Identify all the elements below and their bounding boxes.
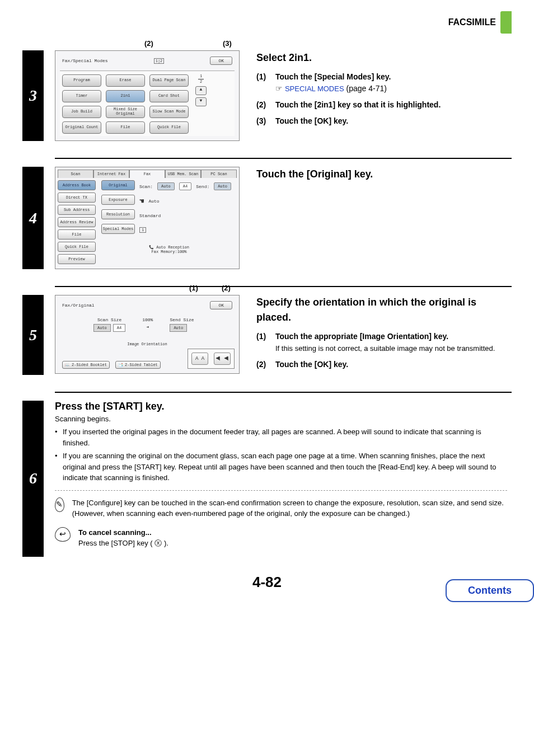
scale-pct: 100% (142, 317, 153, 322)
scroll-up-button[interactable]: ▲ (195, 86, 207, 95)
step4-instructions: Touch the [Original] key. (256, 167, 512, 187)
erase-button[interactable]: Erase (106, 74, 145, 87)
contents-button[interactable]: Contents (446, 579, 534, 602)
exposure-button[interactable]: Exposure (101, 195, 135, 205)
panel-title: Fax/Original (62, 303, 95, 308)
address-book-button[interactable]: Address Book (58, 180, 96, 190)
dash-divider (55, 490, 507, 491)
divider (55, 286, 512, 287)
i1-sub: If this setting is not correct, a suitab… (275, 344, 495, 353)
original-button[interactable]: Original (101, 180, 135, 190)
step-4: 4 Scan Internet Fax Fax USB Mem. Scan PC… (22, 167, 512, 269)
header: FACSIMILE (22, 11, 512, 34)
i1-page: (page 4-71) (346, 84, 387, 93)
special-modes-badge-icon: 1 (139, 227, 146, 233)
quick-file-button[interactable]: Quick File (149, 121, 189, 134)
orientation-landscape-button[interactable]: ⯇ ⯇ (214, 353, 231, 365)
file-button[interactable]: File (58, 229, 96, 240)
slow-scan-mode-button[interactable]: Slow Scan Mode (149, 106, 189, 118)
step6-heading: Press the [START] key. (55, 401, 507, 412)
i2-num: (2) (256, 99, 271, 111)
timer-button[interactable]: Timer (62, 90, 101, 102)
exposure-value: Auto (148, 199, 159, 204)
cancel-text: Press the [STOP] key ( ⓧ ). (78, 539, 168, 547)
cancel-heading: To cancel scanning... (78, 528, 152, 537)
send-auto[interactable]: Auto (170, 324, 187, 332)
scan-label: Scan: (139, 184, 153, 189)
step-6: 6 Press the [START] key. Scanning begins… (22, 401, 512, 557)
page-number: 4-82 (22, 574, 512, 591)
memory-status: Fax Memory:100% (151, 250, 186, 254)
back-icon: ↩ (55, 527, 71, 542)
2in1-button[interactable]: 2in1 (106, 90, 145, 102)
note-configure: The [Configure] key can be touched in th… (72, 497, 507, 519)
2sided-booklet-button[interactable]: 📖 2-Sided Booklet (62, 361, 110, 369)
job-build-button[interactable]: Job Build (62, 106, 101, 118)
i1-text: Touch the [Special Modes] key. (275, 72, 391, 81)
step-3: 3 (2) (3) Fax/Special Modes 1|2 OK Progr… (22, 50, 512, 141)
step-number: 5 (22, 295, 44, 375)
send-label: Send: (196, 184, 209, 189)
orientation-portrait-button[interactable]: A A (191, 353, 208, 365)
i1-num: (1) (256, 331, 271, 354)
sub-address-button[interactable]: Sub Address (58, 205, 96, 215)
step3-instructions: Select 2in1. (1)Touch the [Special Modes… (256, 50, 512, 132)
tab-pc-scan[interactable]: PC Scan (201, 170, 237, 178)
tab-scan[interactable]: Scan (58, 170, 93, 178)
i1-num: (1) (256, 71, 271, 95)
step-number: 3 (22, 50, 44, 141)
step3-heading: Select 2in1. (256, 50, 512, 65)
resolution-button[interactable]: Resolution (101, 209, 135, 219)
mixed-size-original-button[interactable]: Mixed Size Original (106, 106, 145, 118)
bullet2: If you are scanning the original on the … (63, 450, 507, 483)
tab-internet-fax[interactable]: Internet Fax (93, 170, 129, 178)
image-orientation-label: Image Orientation (60, 342, 235, 346)
i3-text: Touch the [OK] key. (275, 116, 348, 125)
scan-auto: Auto (157, 182, 175, 190)
address-review-button[interactable]: Address Review (58, 217, 96, 227)
ok-button[interactable]: OK (210, 57, 232, 65)
i2-text: Touch the [OK] key. (275, 360, 348, 369)
direct-tx-button[interactable]: Direct TX (58, 192, 96, 203)
i2-num: (2) (256, 359, 271, 370)
divider (55, 392, 512, 393)
tab-fax[interactable]: Fax (129, 170, 165, 178)
twoin1-badge-icon: 1|2 (154, 58, 165, 64)
special-modes-link[interactable]: SPECIAL MODES (285, 84, 344, 93)
file-button[interactable]: File (106, 121, 145, 134)
original-count-button[interactable]: Original Count (62, 121, 101, 134)
i1-text: Touch the appropriate [Image Orientation… (275, 332, 448, 341)
ts-booklet-label: 2-Sided Booklet (72, 363, 107, 367)
send-size-label: Send Size (170, 317, 194, 322)
scan-auto[interactable]: Auto (93, 324, 111, 332)
card-shot-button[interactable]: Card Shot (149, 90, 189, 102)
arrow-icon: ➜ (142, 325, 153, 330)
step6-sub: Scanning begins. (55, 415, 507, 423)
i3-num: (3) (256, 115, 271, 127)
2sided-tablet-button[interactable]: 📑 2-Sided Tablet (115, 361, 161, 369)
callout-2: (2) (222, 284, 231, 292)
quick-file-button[interactable]: Quick File (58, 242, 96, 252)
callout-1: (1) (189, 284, 198, 292)
scroll-down-button[interactable]: ▼ (195, 97, 207, 106)
step5-heading: Specify the orientation in which the ori… (256, 295, 512, 325)
note-icon: ✎ (55, 497, 64, 512)
dual-page-scan-button[interactable]: Dual Page Scan (149, 74, 189, 87)
step5-instructions: Specify the orientation in which the ori… (256, 295, 512, 375)
special-modes-button[interactable]: Special Modes (101, 224, 135, 234)
fax-send-panel: Scan Internet Fax Fax USB Mem. Scan PC S… (55, 167, 240, 269)
step-5: 5 (1) (2) Fax/Original OK Scan Size Auto… (22, 295, 512, 375)
scan-a4[interactable]: A4 (113, 324, 125, 332)
panel-title: Fax/Special Modes (62, 58, 108, 63)
preview-button[interactable]: Preview (58, 254, 96, 264)
bullet1: If you inserted the original pages in th… (63, 426, 507, 448)
program-button[interactable]: Program (62, 74, 101, 87)
scan-size-label: Scan Size (93, 317, 125, 322)
ok-button[interactable]: OK (210, 301, 232, 309)
resolution-value: Standard (139, 213, 161, 218)
tab-usb-mem-scan[interactable]: USB Mem. Scan (165, 170, 201, 178)
divider (55, 158, 512, 159)
page-frac-top: 1 (200, 74, 202, 78)
fax-original-panel: Fax/Original OK Scan Size AutoA4 100% ➜ … (55, 295, 240, 374)
step-number: 6 (22, 401, 44, 557)
